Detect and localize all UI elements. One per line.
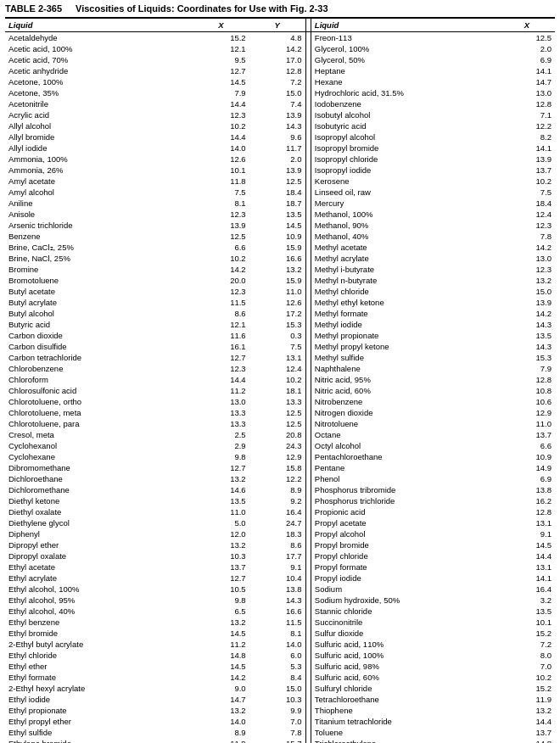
x-value-right: 13.2: [499, 275, 555, 286]
y-value-left: 24.7: [249, 517, 305, 528]
x-value-right: 12.8: [499, 98, 555, 109]
liquid-name-right: Pentane: [311, 462, 498, 473]
viscosity-table: Liquid X Y Liquid X Acetaldehyde15.24.8F…: [5, 17, 555, 743]
liquid-name-left: 2-Ethyl butyl acrylate: [5, 639, 193, 650]
liquid-name-right: Phenol: [311, 473, 498, 484]
y-value-left: 10.3: [249, 694, 305, 705]
x-value-right: 7.2: [499, 639, 555, 650]
liquid-name-right: Methyl ethyl ketone: [311, 297, 498, 308]
y-value-left: 11.0: [249, 286, 305, 297]
liquid-name-left: 2-Ethyl hexyl acrylate: [5, 683, 193, 694]
liquid-name-left: Aniline: [5, 198, 193, 209]
liquid-name-right: Methyl formate: [311, 308, 498, 319]
x-value-left: 12.7: [193, 573, 249, 584]
x-value-left: 9.0: [193, 683, 249, 694]
x-value-left: 13.9: [193, 220, 249, 231]
col-header-x-left: X: [193, 18, 249, 32]
x-value-left: 12.7: [193, 352, 249, 363]
x-value-left: 14.8: [193, 650, 249, 661]
liquid-name-right: Phosphorus tribromide: [311, 484, 498, 495]
x-value-right: 8.0: [499, 650, 555, 661]
table-row: Amyl acetate11.812.5Kerosene10.2: [5, 176, 555, 187]
y-value-left: 14.2: [249, 43, 305, 54]
table-row: Acetone, 100%14.57.2Hexane14.7: [5, 76, 555, 87]
y-value-left: 18.7: [249, 198, 305, 209]
table-row: 2-Ethyl butyl acrylate11.214.0Sulfuric a…: [5, 639, 555, 650]
x-value-right: 14.3: [499, 341, 555, 352]
table-number: TABLE 2-365: [5, 3, 62, 14]
table-row: Diphenyl12.018.3Propyl alcohol9.1: [5, 528, 555, 539]
x-value-right: 14.2: [499, 308, 555, 319]
x-value-right: 13.9: [499, 297, 555, 308]
x-value-right: 8.2: [499, 131, 555, 142]
liquid-name-left: Ethyl bromide: [5, 628, 193, 639]
liquid-name-left: Arsenic trichloride: [5, 220, 193, 231]
y-value-left: 18.1: [249, 385, 305, 396]
y-value-left: 12.4: [249, 363, 305, 374]
y-value-left: 10.9: [249, 231, 305, 242]
table-row: Carbon tetrachloride12.713.1Methyl sulfi…: [5, 352, 555, 363]
table-row: Ethyl ether14.55.3Sulfuric acid, 98%7.0: [5, 661, 555, 672]
liquid-name-right: Sodium: [311, 584, 498, 595]
table-row: Dichloromethane14.68.9Phosphorus tribrom…: [5, 484, 555, 495]
x-value-left: 8.1: [193, 198, 249, 209]
y-value-left: 9.1: [249, 561, 305, 573]
table-row: Acetic acid, 100%12.114.2Glycerol, 100%2…: [5, 43, 555, 54]
table-row: Bromine14.213.2Methyl i-butyrate12.3: [5, 264, 555, 275]
liquid-name-left: Ethylene bromide: [5, 738, 193, 743]
x-value-right: 13.8: [499, 484, 555, 495]
table-row: Dipropyl ether13.28.6Propyl bromide14.5: [5, 539, 555, 550]
x-value-left: 14.5: [193, 661, 249, 672]
x-value-right: 13.0: [499, 87, 555, 98]
x-value-right: 13.9: [499, 154, 555, 165]
liquid-name-left: Cresol, meta: [5, 429, 193, 440]
x-value-right: 13.7: [499, 165, 555, 176]
liquid-name-left: Acetic acid, 70%: [5, 54, 193, 65]
liquid-name-left: Ethyl acrylate: [5, 573, 193, 584]
liquid-name-left: Ethyl alcohol, 100%: [5, 584, 193, 595]
y-value-left: 13.8: [249, 584, 305, 595]
table-row: Ethyl acetate13.79.1Propyl formate13.1: [5, 561, 555, 573]
liquid-name-left: Ammonia, 100%: [5, 154, 193, 165]
y-value-left: 9.9: [249, 705, 305, 716]
y-value-left: 12.9: [249, 451, 305, 462]
table-row: Diethyl oxalate11.016.4Propionic acid12.…: [5, 506, 555, 517]
y-value-left: 2.0: [249, 154, 305, 165]
liquid-name-right: Propyl formate: [311, 561, 498, 573]
y-value-left: 12.5: [249, 176, 305, 187]
y-value-left: 15.8: [249, 462, 305, 473]
liquid-name-left: Acetone, 35%: [5, 87, 193, 98]
y-value-left: 11.5: [249, 617, 305, 628]
x-value-left: 12.0: [193, 528, 249, 539]
liquid-name-right: Isopropyl bromide: [311, 142, 498, 154]
x-value-right: 12.4: [499, 209, 555, 220]
liquid-name-right: Nitric acid, 60%: [311, 385, 498, 396]
liquid-name-left: Acrylic acid: [5, 109, 193, 120]
x-value-right: 12.5: [499, 32, 555, 44]
y-value-left: 15.0: [249, 683, 305, 694]
table-row: Cyclohexane9.812.9Pentachloroethane10.9: [5, 451, 555, 462]
table-row: Butyl alcohol8.617.2Methyl formate14.2: [5, 308, 555, 319]
x-value-left: 14.6: [193, 484, 249, 495]
x-value-left: 14.2: [193, 672, 249, 683]
liquid-name-right: Nitric acid, 95%: [311, 374, 498, 385]
x-value-right: 13.7: [499, 727, 555, 738]
liquid-name-right: Hexane: [311, 76, 498, 87]
liquid-name-right: Sulfuric acid, 110%: [311, 639, 498, 650]
liquid-name-left: Dipropyl oxalate: [5, 550, 193, 561]
liquid-name-right: Isobutyl alcohol: [311, 109, 498, 120]
liquid-name-right: Nitrogen dioxide: [311, 407, 498, 418]
liquid-name-left: Brine, CaCl₂, 25%: [5, 242, 193, 253]
table-row: Ethyl sulfide8.97.8Toluene13.7: [5, 727, 555, 738]
liquid-name-left: Dichloroethane: [5, 473, 193, 484]
liquid-name-left: Chlorotoluene, para: [5, 418, 193, 429]
table-row: Chlorosulfonic acid11.218.1Nitric acid, …: [5, 385, 555, 396]
x-value-right: 15.2: [499, 683, 555, 694]
table-row: Acetonitrile14.47.4Iodobenzene12.8: [5, 98, 555, 109]
liquid-name-left: Carbon disulfide: [5, 341, 193, 352]
liquid-name-right: Kerosene: [311, 176, 498, 187]
table-row: Chlorobenzene12.312.4Naphthalene7.9: [5, 363, 555, 374]
y-value-left: 12.2: [249, 473, 305, 484]
x-value-left: 13.2: [193, 473, 249, 484]
table-row: Butyl acrylate11.512.6Methyl ethyl keton…: [5, 297, 555, 308]
